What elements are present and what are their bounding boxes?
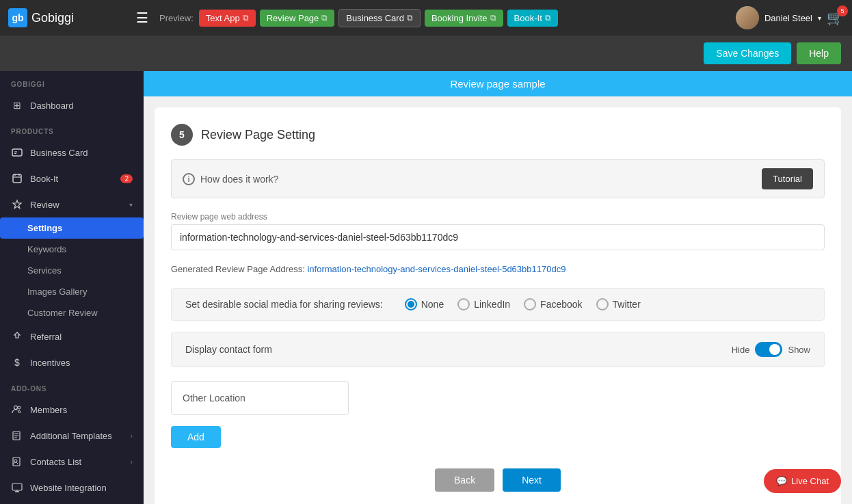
generated-label: Generated Review Page Address: [171,264,305,274]
social-media-label: Set desirable social media for sharing r… [185,299,383,310]
sidebar-subitem-services[interactable]: Services [0,260,144,281]
back-button[interactable]: Back [435,468,494,492]
add-button[interactable]: Add [171,426,221,448]
tab-booking-invite[interactable]: Booking Invite ⧉ [425,10,503,27]
sidebar: GOBIGGI ⊞ Dashboard PRODUCTS Business Ca… [0,71,144,504]
sidebar-subitem-customer-review[interactable]: Customer Review [0,302,144,323]
svg-point-15 [14,460,17,462]
incentives-icon: $ [11,356,23,369]
live-chat-button[interactable]: 💬 Live Chat [764,469,841,493]
review-icon [11,198,23,211]
business-card-icon [11,146,23,159]
next-button[interactable]: Next [503,468,561,492]
copy-icon: ⧉ [243,13,249,23]
sidebar-subitem-images-gallery[interactable]: Images Gallery [0,281,144,302]
contacts-list-icon [11,455,23,468]
book-it-icon [11,172,23,185]
copy-icon: ⧉ [407,13,413,23]
radio-none-outer [405,298,417,310]
social-radio-group: None LinkedIn Facebook Twitter [405,298,641,310]
radio-linkedin[interactable]: LinkedIn [457,298,510,310]
nav-buttons: Back Next [171,468,825,492]
sidebar-review-label: Review [30,200,122,210]
hamburger-menu-icon[interactable]: ☰ [136,10,148,26]
content-area: Review page sample 5 Review Page Setting… [144,71,852,504]
website-integration-icon [11,481,23,494]
sidebar-item-dashboard[interactable]: ⊞ Dashboard [0,92,144,118]
cart-badge: 5 [837,5,848,16]
sidebar-item-members[interactable]: Members [0,397,144,423]
tab-business-card[interactable]: Business Card ⧉ [338,9,421,27]
generated-link[interactable]: information-technology-and-services-dani… [307,264,565,274]
contact-form-label: Display contact form [185,344,718,355]
avatar [736,6,759,29]
radio-twitter[interactable]: Twitter [596,298,641,310]
review-sample-bar: Review page sample [144,71,852,96]
url-field-group: Review page web address [171,212,825,250]
sidebar-item-incentives[interactable]: $ Incentives [0,349,144,375]
radio-twitter-outer [596,298,609,310]
help-button[interactable]: Help [797,42,841,64]
sidebar-subitem-keywords[interactable]: Keywords [0,239,144,260]
chevron-down-icon[interactable]: ▾ [818,14,821,22]
settings-container: 5 Review Page Setting i How does it work… [155,107,841,504]
sidebar-incentives-label: Incentives [30,358,133,368]
radio-none[interactable]: None [405,298,444,310]
toggle-wrapper: Hide Show [732,342,810,357]
avatar-image [736,6,759,29]
tab-business-card-label: Business Card [346,13,404,23]
radio-facebook-label: Facebook [540,299,582,310]
sidebar-website-integration-label: Website Integration [30,483,133,493]
info-box: i How does it work? Tutorial [171,159,825,198]
info-box-left: i How does it work? [183,173,278,185]
contact-form-row: Display contact form Hide Show [171,332,825,367]
sidebar-item-referral[interactable]: Referral [0,323,144,349]
social-media-row: Set desirable social media for sharing r… [171,288,825,321]
book-it-badge: 2 [120,174,133,183]
tab-review-page[interactable]: Review Page ⧉ [260,10,335,27]
tab-review-page-label: Review Page [267,13,319,23]
referral-icon [11,330,23,343]
sidebar-contacts-list-label: Contacts List [30,457,124,467]
step-circle: 5 [171,124,193,146]
contact-form-toggle[interactable] [755,342,782,357]
sidebar-additional-templates-label: Additional Templates [30,431,124,441]
copy-icon: ⧉ [321,13,328,23]
svg-rect-16 [12,483,22,490]
cart-button[interactable]: 🛒 5 [827,10,844,26]
svg-rect-0 [12,149,22,156]
main-layout: GOBIGGI ⊞ Dashboard PRODUCTS Business Ca… [0,71,852,504]
top-navigation: gb Gobiggi ☰ Preview: Text App ⧉ Review … [0,0,852,36]
logo-text: Gobiggi [31,11,74,25]
copy-icon: ⧉ [490,13,496,23]
info-icon: i [183,173,195,185]
sidebar-item-website-integration[interactable]: Website Integration [0,475,144,501]
url-field-input[interactable] [171,224,825,250]
svg-point-8 [14,406,18,410]
radio-none-label: None [421,299,444,310]
sidebar-item-additional-templates[interactable]: Additional Templates › [0,423,144,449]
toggle-hide-label: Hide [732,345,750,355]
review-chevron-icon: ▾ [129,201,133,209]
additional-templates-icon [11,429,23,442]
radio-facebook[interactable]: Facebook [524,298,582,310]
generated-address: Generated Review Page Address: informati… [171,264,825,274]
logo-icon: gb [8,8,27,27]
radio-none-inner [408,301,414,308]
sidebar-book-it-label: Book-It [30,174,114,184]
sidebar-subitem-settings[interactable]: Settings [0,217,144,239]
user-name[interactable]: Daniel Steel [764,13,812,23]
tutorial-button[interactable]: Tutorial [762,168,813,189]
sidebar-item-review[interactable]: Review ▾ [0,191,144,217]
svg-rect-14 [13,457,20,466]
additional-templates-arrow-icon: › [131,432,133,440]
tab-text-app[interactable]: Text App ⧉ [199,10,256,27]
preview-label: Preview: [159,13,194,23]
sidebar-item-contacts-list[interactable]: Contacts List › [0,449,144,475]
save-changes-button[interactable]: Save Changes [704,42,791,64]
sidebar-item-book-it[interactable]: Book-It 2 [0,165,144,191]
tab-book-it[interactable]: Book-It ⧉ [507,10,558,27]
radio-linkedin-label: LinkedIn [474,299,510,310]
toggle-show-label: Show [788,345,810,355]
sidebar-item-business-card[interactable]: Business Card [0,140,144,165]
